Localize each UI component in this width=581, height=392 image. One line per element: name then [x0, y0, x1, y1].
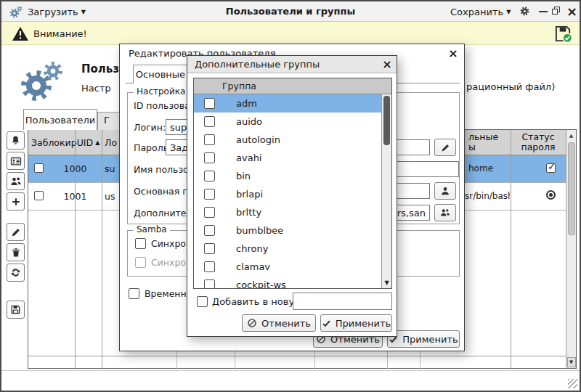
column-header-extra-groups[interactable]: льные ы — [468, 132, 509, 155]
group-checkbox[interactable] — [204, 207, 215, 218]
save-label: Сохранить — [450, 7, 503, 17]
notifications-button[interactable] — [7, 131, 25, 150]
group-checkbox[interactable] — [204, 98, 215, 109]
add-new-checkbox[interactable] — [197, 296, 208, 307]
pencil-icon — [11, 227, 21, 237]
group-name: auido — [236, 116, 262, 127]
column-header-extra-line1: льные — [468, 132, 509, 142]
group-checkbox[interactable] — [204, 261, 215, 272]
extra-groups-button[interactable] — [434, 204, 456, 221]
group-checkbox[interactable] — [204, 189, 215, 200]
edit-password-button[interactable] — [434, 139, 456, 156]
dialog-close-button[interactable]: × — [381, 58, 394, 71]
resize-grip[interactable] — [568, 379, 577, 388]
tab-basic[interactable]: Основные — [133, 65, 188, 83]
vertical-scrollbar[interactable]: ▲ ▼ — [566, 130, 576, 368]
sync-checkbox-2[interactable] — [135, 257, 146, 268]
dialog-close-button[interactable]: × — [447, 47, 460, 60]
group-list-header[interactable]: Группа — [194, 78, 391, 94]
apply-label: Применить — [402, 334, 458, 345]
accounts-button[interactable] — [7, 152, 25, 170]
scroll-down-button[interactable]: ▼ — [567, 357, 576, 367]
column-header-status-line2: пароля — [511, 142, 566, 152]
group-list-item[interactable]: bin — [194, 167, 383, 185]
maximize-button[interactable] — [552, 7, 560, 15]
group-checkbox[interactable] — [204, 279, 215, 289]
group-list-item[interactable]: clamav — [194, 258, 383, 276]
check-icon — [322, 319, 331, 328]
group-list-item[interactable]: autologin — [194, 131, 383, 149]
close-button[interactable]: × — [566, 5, 577, 18]
scroll-up-button[interactable]: ▲ — [566, 131, 576, 140]
scroll-thumb[interactable] — [568, 142, 575, 235]
extra-groups-dialog: Дополнительные группы × Группа adm auido… — [187, 55, 397, 337]
caret-down-icon: ▼ — [506, 9, 511, 15]
floppy-icon — [10, 304, 21, 315]
group-checkbox[interactable] — [204, 171, 215, 181]
group-list-item[interactable]: bumblbee — [194, 221, 383, 240]
column-header-uid[interactable]: UID ▲ — [75, 130, 102, 155]
temp-checkbox[interactable] — [129, 288, 139, 299]
group-list-item[interactable]: avahi — [194, 149, 383, 167]
pencil-icon — [441, 143, 450, 152]
primary-group-button[interactable] — [434, 182, 456, 200]
grid-line — [28, 356, 566, 356]
refresh-button[interactable] — [7, 264, 25, 282]
group-checkbox[interactable] — [204, 225, 215, 236]
column-header-password-status[interactable]: Статус пароля — [511, 132, 566, 155]
password-status-radio[interactable] — [546, 190, 556, 200]
group-checkbox[interactable] — [204, 116, 215, 127]
cancel-button[interactable]: Отменить — [242, 314, 316, 332]
group-name: clamav — [236, 261, 270, 272]
add-user-button[interactable] — [7, 192, 25, 211]
row-blocked-checkbox[interactable] — [34, 163, 44, 173]
apply-button[interactable]: Применить — [387, 330, 460, 348]
samba-groupbox-label: Samba — [134, 224, 170, 234]
add-new-input[interactable] — [293, 293, 392, 310]
trash-icon — [11, 248, 21, 258]
apply-label: Применить — [336, 318, 391, 329]
settings-gear-icon[interactable] — [519, 5, 531, 17]
scroll-thumb[interactable] — [383, 96, 390, 145]
group-list-item[interactable]: brlapi — [194, 185, 383, 203]
column-header-status-line1: Статус — [511, 132, 566, 142]
group-checkbox[interactable] — [204, 152, 215, 163]
minimize-button[interactable] — [539, 11, 548, 12]
save-users-button[interactable] — [7, 301, 25, 319]
tab-users[interactable]: Пользователи — [23, 109, 97, 130]
delete-user-button[interactable] — [7, 243, 25, 261]
apply-button[interactable]: Применить — [320, 314, 392, 332]
group-checkbox[interactable] — [204, 134, 215, 145]
edit-user-button[interactable] — [7, 223, 25, 241]
group-list-item[interactable]: cockpit-ws — [194, 276, 383, 289]
group-name: avahi — [236, 152, 261, 163]
group-list-item[interactable]: brltty — [194, 203, 383, 221]
titlebar: Загрузить ▼ Пользователи и группы Сохран… — [1, 1, 580, 22]
group-checkbox[interactable] — [204, 243, 215, 254]
sync-checkbox-1[interactable] — [135, 238, 146, 249]
refresh-icon — [10, 267, 21, 278]
group-name: adm — [236, 98, 257, 109]
row-blocked-checkbox[interactable] — [34, 191, 44, 200]
password-status-checkbox[interactable] — [546, 163, 556, 173]
page-logo-icon — [17, 57, 65, 105]
dialog-title: Дополнительные группы — [195, 59, 320, 70]
cancel-label: Отменить — [261, 318, 311, 329]
group-list-item[interactable]: adm — [194, 94, 383, 113]
groups-button[interactable] — [7, 172, 25, 190]
column-header-blocked[interactable]: Заблокир — [31, 130, 73, 155]
save-file-icon[interactable] — [553, 24, 573, 44]
add-new-row[interactable]: Добавить в новую: — [197, 294, 306, 309]
list-scrollbar[interactable]: ▼ — [381, 94, 391, 288]
group-name: cockpit-ws — [236, 279, 286, 289]
cancel-icon — [247, 318, 257, 328]
warning-banner: Внимание! — [1, 22, 580, 45]
save-button[interactable]: Сохранить ▼ — [450, 4, 511, 20]
sort-ascending-icon: ▲ — [95, 139, 99, 146]
group-list-item[interactable]: chrony — [194, 240, 383, 258]
warning-text: Внимание! — [33, 28, 87, 39]
scroll-down-button[interactable]: ▼ — [382, 277, 391, 287]
add-new-label: Добавить в новую: — [212, 296, 306, 307]
group-list-item[interactable]: auido — [194, 113, 383, 131]
group-column-label: Группа — [222, 81, 256, 91]
